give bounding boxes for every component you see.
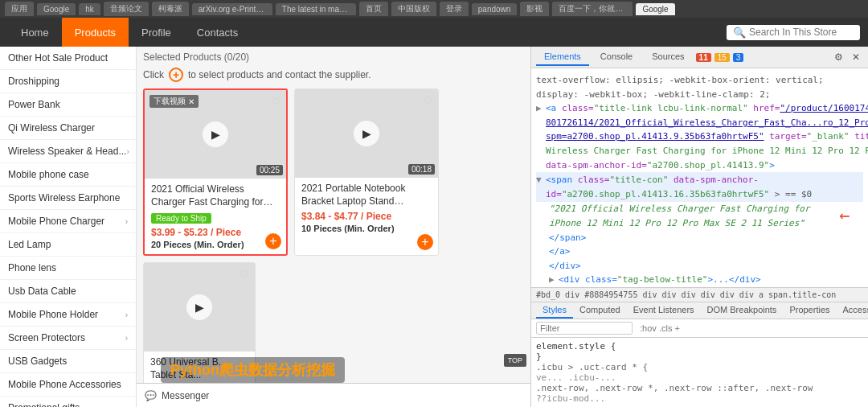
tab-elements[interactable]: Elements <box>536 48 589 66</box>
styles-tabs: Styles Computed Event Listeners DOM Brea… <box>531 302 868 319</box>
close-icon[interactable]: ✕ <box>188 97 194 106</box>
tab-pandown[interactable]: pandown <box>472 3 518 15</box>
search-box[interactable]: 🔍 <box>727 25 860 40</box>
heart-icon[interactable]: ♡ <box>240 268 250 281</box>
tab-hk[interactable]: hk <box>79 3 100 15</box>
nav-profile[interactable]: Profile <box>129 18 184 47</box>
scroll-to-top-button[interactable]: TOP <box>504 354 526 367</box>
sidebar-item-phone-holder[interactable]: Mobile Phone Holder › <box>0 303 136 327</box>
search-input[interactable] <box>749 27 854 38</box>
code-string: "2021 Official Wireless Charger Fast Cha… <box>549 202 839 230</box>
sidebar: Other Hot Sale Product Droshipping Power… <box>0 47 137 407</box>
play-button[interactable]: ▶ <box>203 121 228 147</box>
product-card[interactable]: ▶ 00:18 ♡ 2021 Portable Notebook Bracket… <box>294 88 439 256</box>
code-line: </div> <box>549 259 839 273</box>
tab-home[interactable]: 首页 <box>359 2 388 16</box>
video-duration: 00:25 <box>256 165 283 175</box>
sidebar-item-wireless-speaker[interactable]: Wireless Speaker & Head... › <box>0 140 136 163</box>
tab-google2[interactable]: Google <box>636 3 674 15</box>
nav-products[interactable]: Products <box>62 18 129 47</box>
tab-properties[interactable]: Properties <box>783 302 836 319</box>
code-text: <span class="title-con" data-spm-anchor-… <box>546 173 863 201</box>
style-rule-close: } <box>536 352 863 362</box>
tab-mac[interactable]: The latest in mac... <box>276 3 356 15</box>
play-button[interactable]: ▶ <box>354 121 379 146</box>
style-rule2: .icbu > .uct-card * { <box>536 362 863 372</box>
add-product-button[interactable]: + <box>169 68 183 82</box>
tab-copyright[interactable]: 中国版权 <box>391 2 436 16</box>
sidebar-item-droshipping[interactable]: Droshipping <box>0 70 136 93</box>
add-to-selection-button[interactable]: + <box>417 234 433 250</box>
tab-baidu[interactable]: 百度一下，你就知道 <box>552 2 633 16</box>
sidebar-item-usb-gadgets[interactable]: USB Gadgets <box>0 350 136 373</box>
tab-computed[interactable]: Computed <box>573 302 627 319</box>
nav-home[interactable]: Home <box>8 18 62 47</box>
tab-dom-breakpoints[interactable]: DOM Breakpoints <box>701 302 784 319</box>
nav-contacts[interactable]: Contacts <box>184 18 251 47</box>
product-price: $3.99 - $5.23 / Piece <box>151 227 280 238</box>
sidebar-item-promo-gifts[interactable]: Promotional gifts <box>0 397 136 407</box>
sidebar-item-powerbank[interactable]: Power Bank <box>0 93 136 117</box>
code-with-arrow: "2021 Official Wireless Charger Fast Cha… <box>536 202 863 287</box>
product-card[interactable]: 下载视频 ✕ ▶ 00:25 ♡ 2021 Official Wireless … <box>143 88 288 256</box>
style-val: ve... .icbu-... <box>536 372 863 383</box>
code-line: "2021 Official Wireless Charger Fast Cha… <box>549 202 839 230</box>
sidebar-item-other-hot[interactable]: Other Hot Sale Product <box>0 47 136 70</box>
tab-audio[interactable]: 音频论文 <box>104 2 149 16</box>
code-line: </span> <box>549 231 839 245</box>
expand-icon[interactable]: ▶ <box>536 101 544 116</box>
price-unit: Piece <box>366 211 391 222</box>
heart-icon[interactable]: ♡ <box>271 95 281 108</box>
product-image: ▶ ♡ <box>144 263 255 352</box>
tab-app[interactable]: 应用 <box>5 2 34 16</box>
code-text: text-overflow: ellipsis; -webkit-box-ori… <box>536 73 863 101</box>
code-line: text-overflow: ellipsis; -webkit-box-ori… <box>536 73 863 101</box>
product-title: 2021 Portable Notebook Bracket Laptop St… <box>301 183 432 208</box>
styles-filter-bar: :hov .cls + <box>531 319 868 338</box>
sidebar-label: Led Lamp <box>8 239 51 250</box>
sidebar-item-sports-earphone[interactable]: Sports Wireless Earphone <box>0 187 136 210</box>
product-price: $3.84 - $4.77 / Piece <box>301 211 432 222</box>
sidebar-item-screen-protectors[interactable]: Screen Protectors › <box>0 327 136 350</box>
expand-icon[interactable]: ▼ <box>536 173 544 187</box>
messenger-bar[interactable]: 💬 Messenger <box>137 383 530 407</box>
tab-event-listeners[interactable]: Event Listeners <box>627 302 701 319</box>
sidebar-label: Mobile Phone Holder <box>8 309 98 320</box>
play-button[interactable]: ▶ <box>186 294 212 320</box>
browser-tab-bar: 应用 Google hk 音频论文 柯毒派 arXiv.org e-Print … <box>0 0 868 18</box>
sidebar-item-phone-lens[interactable]: Phone lens <box>0 257 136 280</box>
tab-accessibility[interactable]: Accessibility <box>837 302 868 319</box>
sidebar-item-phone-accessories[interactable]: Mobile Phone Accessories <box>0 373 136 397</box>
tab-login[interactable]: 登录 <box>440 2 469 16</box>
sidebar-item-usb-data[interactable]: Usb Data Cable <box>0 280 136 303</box>
sidebar-item-phone-charger[interactable]: Mobile Phone Charger › <box>0 210 136 233</box>
heart-icon[interactable]: ♡ <box>423 94 433 107</box>
sidebar-label: Phone lens <box>8 262 56 273</box>
moq-value: 20 Pieces <box>151 240 191 249</box>
sidebar-label: Qi Wireless Charger <box>8 122 95 134</box>
tab-ke[interactable]: 柯毒派 <box>152 2 189 16</box>
code-text: <a class="title-link lcbu-link-normal" h… <box>546 101 868 172</box>
sidebar-item-led-lamp[interactable]: Led Lamp <box>0 233 136 257</box>
tab-console[interactable]: Console <box>592 48 641 66</box>
moq-label: (Min. Order) <box>194 240 244 249</box>
code-line: ▶ <div class="tag-below-title">...</div> <box>549 273 839 287</box>
settings-icon[interactable]: ⚙ <box>831 50 845 64</box>
ready-to-ship-badge: Ready to Ship <box>151 213 211 224</box>
warn-count-badge: 15 <box>714 53 730 62</box>
tab-video[interactable]: 影视 <box>520 2 549 16</box>
close-devtools-icon[interactable]: ✕ <box>849 50 863 64</box>
filter-input[interactable] <box>536 322 633 335</box>
red-arrow-indicator: ← <box>839 202 863 224</box>
click-info: Click + to select products and contact t… <box>143 68 524 82</box>
tab-arxiv[interactable]: arXiv.org e-Print a... <box>192 3 272 15</box>
tab-styles[interactable]: Styles <box>536 302 573 319</box>
devtools-panel: Elements Console Sources 11 15 3 ⚙ ✕ tex… <box>530 47 868 407</box>
expand-icon[interactable]: ▶ <box>549 273 557 287</box>
product-card[interactable]: ▶ ♡ 360 Universal B... Tablet Sta... 10 … <box>143 262 256 400</box>
sidebar-item-qi[interactable]: Qi Wireless Charger <box>0 117 136 140</box>
tab-sources[interactable]: Sources <box>644 48 692 66</box>
sidebar-item-mobile-case[interactable]: Mobile phone case <box>0 163 136 187</box>
price-value: $3.99 - $5.23 <box>151 227 208 238</box>
tab-google1[interactable]: Google <box>37 3 76 15</box>
